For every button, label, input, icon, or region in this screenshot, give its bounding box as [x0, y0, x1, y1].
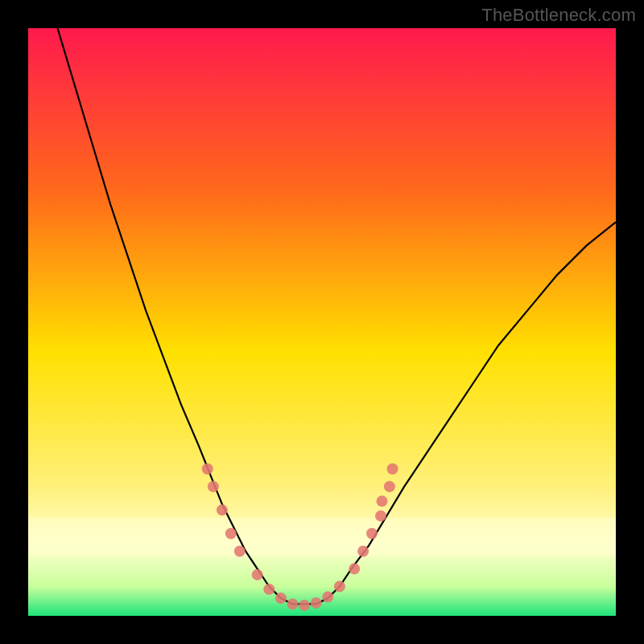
sample-point — [287, 598, 299, 609]
sample-point — [334, 581, 345, 592]
sample-point — [322, 592, 333, 603]
sample-point — [263, 584, 275, 595]
sample-point — [202, 464, 213, 475]
sample-point — [384, 481, 395, 492]
sample-point — [387, 464, 398, 475]
sample-point — [357, 546, 369, 557]
sample-point — [234, 546, 246, 557]
plot-area — [28, 28, 616, 616]
sample-point — [275, 592, 287, 604]
watermark-text: TheBottleneck.com — [481, 5, 636, 26]
sample-point — [208, 481, 219, 492]
sample-point — [252, 569, 263, 580]
chart-frame: TheBottleneck.com — [0, 0, 644, 644]
sample-point — [377, 496, 388, 507]
sample-point — [375, 510, 386, 522]
sample-point — [225, 528, 237, 539]
pale-band — [28, 518, 616, 556]
sample-point — [366, 528, 378, 539]
sample-point — [311, 597, 322, 609]
sample-point — [299, 600, 310, 611]
bottleneck-chart — [28, 28, 616, 616]
sample-point — [349, 564, 360, 575]
sample-point — [217, 505, 228, 516]
